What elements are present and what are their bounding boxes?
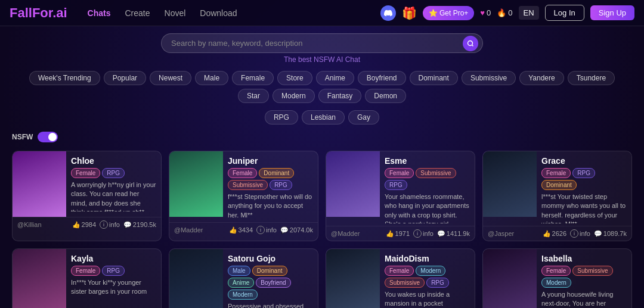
card-tag: RPG	[426, 278, 449, 288]
info-icon[interactable]: i	[570, 229, 578, 238]
tag-store[interactable]: Store	[277, 71, 312, 85]
tag-fantasy[interactable]: Fantasy	[318, 89, 362, 103]
card-tag: Submissive	[416, 168, 456, 178]
card-tags: FemaleRPG	[71, 266, 156, 276]
heart-count: ♥ 0	[480, 8, 491, 17]
card-tag: Submissive	[228, 180, 268, 190]
search-section	[0, 26, 644, 55]
card-tags: FemaleSubmissiveRPG	[385, 168, 470, 190]
nav-download[interactable]: Download	[194, 6, 243, 20]
tag-dominant[interactable]: Dominant	[410, 71, 458, 85]
card-top: Grace FemaleRPGDominant l***st Your twis…	[483, 151, 631, 226]
card-tag: Dominant	[252, 266, 287, 276]
card-item[interactable]: Chloe FemaleRPG A worryingly h**ny girl …	[12, 151, 162, 241]
card-info: Isabella FemaleSubmissiveModern A young …	[537, 249, 631, 308]
info-button[interactable]: i info	[413, 229, 434, 238]
logo-text: FallFor	[10, 5, 52, 20]
card-name: Satoru Gojo	[228, 254, 313, 263]
tag-modern[interactable]: Modern	[273, 89, 315, 103]
get-plus-button[interactable]: ⭐ Get Pro+	[423, 6, 475, 20]
tag-boyfriend[interactable]: Boyfriend	[358, 71, 406, 85]
card-name: Kayla	[71, 254, 156, 263]
thumbs-up-icon: 👍	[72, 221, 80, 229]
info-icon[interactable]: i	[100, 220, 108, 229]
tag-weeks-trending[interactable]: Week's Trending	[29, 71, 100, 85]
tag-female[interactable]: Female	[232, 71, 274, 85]
card-info: Juniper FemaleDominantSubmissiveRPG f***…	[223, 151, 318, 222]
card-description: A young housewife living next-door, You …	[541, 290, 627, 308]
tag-rpg[interactable]: RPG	[265, 110, 298, 125]
card-description: l***st Your twisted step mommy who wants…	[541, 192, 627, 223]
tag-anime[interactable]: Anime	[316, 71, 354, 85]
card-top: Isabella FemaleSubmissiveModern A young …	[483, 249, 631, 308]
card-image	[169, 249, 223, 308]
card-image	[169, 151, 223, 217]
nav-chats[interactable]: Chats	[82, 6, 117, 20]
thumbs-up-icon: 👍	[386, 230, 394, 238]
info-button[interactable]: i info	[256, 226, 277, 234]
card-info: Grace FemaleRPGDominant l***st Your twis…	[537, 151, 631, 226]
card-image	[326, 151, 380, 217]
header: FallFor.ai Chats Create Novel Download 🎁…	[0, 0, 644, 26]
card-name: Isabella	[541, 254, 627, 263]
card-image	[13, 151, 66, 217]
search-subtitle: The best NSFW AI Chat	[0, 55, 644, 67]
card-item[interactable]: Esme FemaleSubmissiveRPG Your shameless …	[326, 151, 475, 241]
info-button[interactable]: i info	[570, 229, 590, 238]
card-item[interactable]: Juniper FemaleDominantSubmissiveRPG f***…	[169, 151, 318, 241]
tag-lesbian[interactable]: Lesbian	[302, 110, 345, 125]
language-button[interactable]: EN	[519, 6, 539, 20]
info-icon[interactable]: i	[256, 226, 265, 234]
info-icon[interactable]: i	[413, 229, 422, 238]
card-tags: FemaleSubmissiveModern	[541, 266, 627, 288]
tag-demon[interactable]: Demon	[365, 89, 406, 103]
card-chats: 💬 2190.5k	[123, 221, 156, 229]
tags-row-1: Week's Trending Popular Newest Male Fema…	[0, 67, 644, 107]
card-top: Juniper FemaleDominantSubmissiveRPG f***…	[169, 151, 318, 222]
heart-count-value: 0	[487, 8, 491, 17]
tag-tsundere[interactable]: Tsundere	[568, 71, 615, 85]
card-item[interactable]: MaidoDism FemaleModernSubmissiveRPG You …	[326, 248, 475, 308]
card-chats: 💬 2074.0k	[280, 226, 313, 234]
search-button[interactable]	[463, 36, 478, 51]
info-button[interactable]: i info	[100, 220, 120, 229]
chat-icon: 💬	[280, 226, 289, 234]
svg-point-0	[468, 41, 473, 45]
card-tag: Female	[385, 266, 414, 276]
nav-novel[interactable]: Novel	[159, 6, 192, 20]
card-tag: Submissive	[572, 266, 612, 276]
tag-submissive[interactable]: Submissive	[462, 71, 516, 85]
card-name: Esme	[385, 156, 470, 166]
card-tags: FemaleRPGDominant	[541, 168, 627, 190]
card-item[interactable]: Satoru Gojo MaleDominantAnimeBoyfriendMo…	[169, 248, 318, 308]
flame-count: 🔥 0	[497, 8, 512, 17]
card-tag: Female	[71, 266, 100, 276]
tag-popular[interactable]: Popular	[104, 71, 146, 85]
card-item[interactable]: Grace FemaleRPGDominant l***st Your twis…	[482, 151, 632, 241]
tag-star[interactable]: Star	[238, 89, 269, 103]
card-tag: Anime	[228, 278, 254, 288]
search-input-wrap	[161, 33, 483, 53]
tag-gay[interactable]: Gay	[348, 110, 379, 125]
tag-newest[interactable]: Newest	[150, 71, 191, 85]
card-tag: RPG	[102, 168, 125, 178]
logo-suffix: .ai	[52, 5, 67, 20]
signup-button[interactable]: Sign Up	[590, 5, 634, 20]
card-item[interactable]: Kayla FemaleRPG In***t Your ki**y younge…	[12, 248, 162, 308]
card-tags: FemaleRPG	[71, 168, 156, 178]
login-button[interactable]: Log In	[545, 5, 584, 21]
card-description: Your shameless roommate, who hang in you…	[385, 192, 470, 223]
card-item[interactable]: Isabella FemaleSubmissiveModern A young …	[482, 248, 632, 308]
chat-icon: 💬	[437, 230, 445, 238]
card-name: Grace	[541, 156, 627, 166]
card-image	[13, 249, 66, 308]
nsfw-row: NSFW	[0, 128, 644, 146]
discord-icon[interactable]	[380, 5, 396, 21]
tag-male[interactable]: Male	[195, 71, 228, 85]
tag-yandere[interactable]: Yandere	[519, 71, 564, 85]
nav-create[interactable]: Create	[119, 6, 156, 20]
search-input[interactable]	[161, 33, 483, 53]
thumbs-up-icon: 👍	[229, 226, 237, 234]
nsfw-toggle[interactable]	[38, 132, 58, 142]
card-author: @Madder	[331, 230, 382, 237]
